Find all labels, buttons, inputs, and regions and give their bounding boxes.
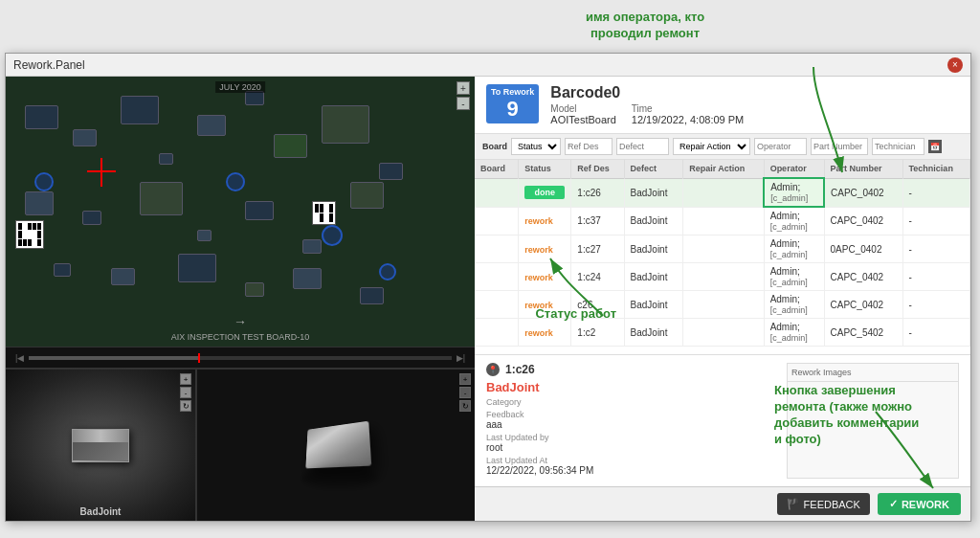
cell-board: [475, 235, 519, 263]
rework-button-label: REWORK: [902, 499, 949, 510]
status-filter[interactable]: Status: [511, 138, 561, 155]
cell-defect: BadJoint: [624, 319, 683, 347]
table-row[interactable]: rework 1:c2 BadJoint Admin;[c_admin] CAP…: [475, 319, 970, 347]
location-icon: 📍: [486, 363, 500, 376]
status-rework-badge: rework: [524, 216, 553, 226]
cell-ref: 1:c27: [571, 235, 624, 263]
table-controls: Board Status Repair Action 📅: [475, 134, 970, 160]
table-row[interactable]: rework 1:c37 BadJoint Admin;[c_admin] CA…: [475, 207, 970, 235]
col-board: Board: [475, 160, 519, 178]
updated-by-label: Last Updated by: [486, 433, 775, 442]
feedback-button-label: FEEDBACK: [804, 499, 860, 510]
rework-badge: To Rework 9: [486, 84, 539, 123]
bottom-toolbar: 🏴 FEEDBACK ✓ REWORK: [475, 486, 970, 521]
cell-part: CAPC_0402: [824, 291, 902, 319]
cell-repair: [683, 235, 764, 263]
to-rework-label: To Rework: [491, 87, 534, 97]
zoom-in-button[interactable]: +: [457, 81, 470, 95]
cell-part: CAPC_0402: [824, 207, 902, 235]
cell-status: done: [519, 178, 571, 207]
board-filter-label: Board: [482, 142, 507, 151]
feedback-value: aaa: [486, 419, 775, 430]
cell-repair: [683, 291, 764, 319]
rework-panel-dialog: Rework.Panel ×: [5, 53, 971, 522]
detail-left: 📍 1:c26 BadJoint Category Feedback aaa L…: [486, 363, 775, 479]
table-row[interactable]: done 1:c26 BadJoint Admin;[c_admin] CAPC…: [475, 178, 970, 207]
category-label: Category: [486, 397, 775, 407]
col-operator: Operator: [764, 160, 824, 178]
updated-at-label: Last Updated At: [486, 456, 775, 465]
cell-repair: [683, 178, 764, 207]
cell-operator: Admin;[c_admin]: [764, 207, 824, 235]
cell-status: rework: [519, 319, 571, 347]
col-ref: Ref Des: [571, 160, 624, 178]
time-value: 12/19/2022, 4:08:09 PM: [632, 114, 744, 125]
cell-defect: BadJoint: [624, 235, 683, 263]
tech-filter[interactable]: [872, 138, 924, 155]
close-button[interactable]: ×: [947, 57, 963, 73]
component-rect: [72, 429, 129, 462]
cell-part: 0APC_0402: [824, 235, 902, 263]
rework-header: To Rework 9 Barcode0 Model AOITestBoard …: [475, 77, 970, 134]
header-info: Barcode0 Model AOITestBoard Time 12/19/2…: [550, 84, 959, 125]
detail-defect: BadJoint: [486, 380, 775, 394]
operator-filter[interactable]: [754, 138, 807, 155]
detail-updated-at-field: Last Updated At 12/22/2022, 09:56:34 PM: [486, 456, 775, 476]
cell-operator: Admin;[c_admin]: [764, 235, 824, 263]
table-row[interactable]: rework c26 BadJoint Admin;[c_admin] CAPC…: [475, 291, 970, 319]
cell-operator: Admin;[c_admin]: [764, 319, 824, 347]
pcb-date-label: JULY 2020: [215, 81, 265, 93]
component-image: [6, 370, 195, 521]
cell-operator: Admin;[c_admin]: [764, 291, 824, 319]
table-row[interactable]: rework 1:c24 BadJoint Admin;[c_admin] CA…: [475, 263, 970, 291]
cell-defect: BadJoint: [624, 207, 683, 235]
cell-ref: c26: [571, 291, 624, 319]
calendar-icon[interactable]: 📅: [928, 140, 942, 153]
cell-operator: Admin;[c_admin]: [764, 263, 824, 291]
rework-images-label: Rework Images: [788, 364, 958, 382]
rotate-3d-button[interactable]: ↻: [459, 400, 471, 412]
updated-by-value: root: [486, 442, 775, 453]
zoom-out-button[interactable]: -: [457, 97, 470, 110]
cell-ref: 1:c37: [571, 207, 624, 235]
defect-filter[interactable]: [616, 138, 669, 155]
pcb-board-label: AIX INSPECTION TEST BOARD-10: [171, 332, 310, 342]
cell-repair: [683, 207, 764, 235]
zoom-in-bl-button[interactable]: +: [180, 373, 191, 385]
cell-status: rework: [519, 291, 571, 319]
col-defect: Defect: [624, 160, 683, 178]
rework-button[interactable]: ✓ REWORK: [878, 493, 961, 515]
cell-status: rework: [519, 235, 571, 263]
cell-part: CAPC_0402: [824, 263, 902, 291]
col-tech: Technician: [902, 160, 969, 178]
cell-board: [475, 319, 519, 347]
right-panel: To Rework 9 Barcode0 Model AOITestBoard …: [475, 77, 970, 521]
bottom-panels: BadJoint + - ↻ + -: [6, 368, 475, 521]
cell-part: CAPC_5402: [824, 319, 902, 347]
cell-board: [475, 263, 519, 291]
rework-table: Board Status Ref Des Defect Repair Actio…: [475, 160, 970, 354]
model-value: AOITestBoard: [550, 114, 615, 125]
zoom-out-bl-button[interactable]: -: [180, 387, 191, 398]
cell-defect: BadJoint: [624, 263, 683, 291]
zoom-controls: + -: [457, 81, 470, 110]
status-rework-badge: rework: [524, 301, 553, 310]
feedback-button[interactable]: 🏴 FEEDBACK: [777, 493, 870, 515]
pcb-panel: JULY 2020 AIX INSPECTION TEST BOARD-10 →…: [6, 77, 475, 521]
component-closeup-label: BadJoint: [80, 506, 122, 517]
cell-status: rework: [519, 207, 571, 235]
status-done-badge: done: [524, 186, 565, 199]
part-filter[interactable]: [811, 138, 868, 155]
model-label: Model: [550, 103, 615, 114]
cell-defect: BadJoint: [624, 178, 683, 207]
zoom-in-3d-button[interactable]: +: [459, 373, 471, 385]
cell-ref: 1:c2: [571, 319, 624, 347]
table-row[interactable]: rework 1:c27 BadJoint Admin;[c_admin] 0A…: [475, 235, 970, 263]
rotate-bl-button[interactable]: ↻: [180, 400, 191, 412]
repair-action-filter[interactable]: Repair Action: [673, 138, 750, 155]
cell-tech: -: [902, 207, 969, 235]
ref-filter[interactable]: [565, 138, 612, 155]
detail-ref: 1:c26: [505, 363, 535, 376]
status-rework-badge: rework: [524, 273, 553, 282]
zoom-out-3d-button[interactable]: -: [459, 387, 471, 398]
